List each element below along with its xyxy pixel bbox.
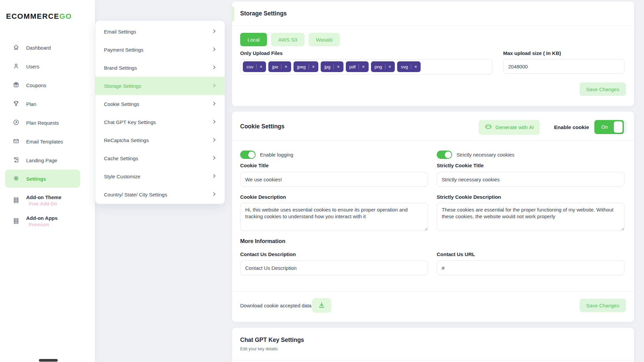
tag-separator	[333, 64, 334, 69]
file-tag-label: csv	[247, 64, 253, 69]
menu-item-label: Cookie Settings	[104, 101, 139, 107]
divider	[232, 140, 634, 140]
cookie-title-input[interactable]	[240, 172, 428, 187]
file-tag-label: jpeg	[297, 64, 306, 69]
gift-icon	[13, 81, 19, 89]
enable-logging-row: Enable logging	[240, 150, 293, 159]
tab-local[interactable]: Local	[240, 33, 267, 46]
chevron-right-icon	[213, 174, 216, 179]
sidebar-item-dashboard[interactable]: Dashboard	[0, 38, 95, 57]
addon-badge: Premium	[26, 222, 58, 227]
cookie-description-label: Cookie Description	[240, 194, 286, 200]
sidebar-item-landing-page[interactable]: Landing Page	[0, 151, 95, 170]
storage-save-button[interactable]: Save Changes	[580, 82, 626, 96]
menu-item-recaptcha-settings[interactable]: ReCaptcha Settings	[95, 131, 225, 149]
sidebar-item-users[interactable]: Users	[0, 57, 95, 76]
remove-tag-icon[interactable]: ×	[362, 64, 365, 69]
menu-item-label: Style Customize	[104, 174, 140, 179]
tag-separator	[309, 64, 309, 69]
sidebar-item-label: Coupons	[26, 82, 46, 88]
file-tag: jpe×	[268, 61, 291, 72]
file-tag-label: png	[375, 64, 382, 69]
strictly-cookie-title-input[interactable]	[437, 172, 625, 187]
tag-separator	[385, 64, 385, 69]
tab-aws-s3[interactable]: AWS S3	[271, 33, 305, 46]
sidebar-item-settings[interactable]: Settings	[5, 170, 80, 188]
brand-logo[interactable]: ECOMMERCEGO	[6, 12, 72, 21]
chevron-right-icon	[213, 192, 216, 197]
sidebar-item-addon-apps[interactable]: Add-on Apps Premium	[0, 211, 95, 232]
chevron-right-icon	[213, 29, 216, 35]
file-tag: png×	[371, 61, 395, 72]
cookie-settings-card: Cookie Settings Generate with AI Enable …	[232, 112, 634, 322]
sidebar-item-coupons[interactable]: Coupons	[0, 76, 95, 95]
menu-item-style-customize[interactable]: Style Customize	[95, 167, 225, 185]
menu-item-brand-settings[interactable]: Brand Settings	[95, 59, 225, 77]
contact-us-description-input[interactable]	[240, 260, 428, 275]
menu-item-label: Email Settings	[104, 29, 136, 35]
menu-item-country-state-city-settings[interactable]: Country/ State/ City Settings	[95, 185, 225, 203]
menu-item-cookie-settings[interactable]: Cookie Settings	[95, 95, 225, 113]
sidebar-nav: Dashboard Users Coupons Plan Plan Reques…	[0, 38, 95, 188]
menu-item-cache-settings[interactable]: Cache Settings	[95, 149, 225, 167]
tag-separator	[359, 64, 359, 69]
menu-item-label: Storage Settings	[104, 83, 141, 89]
download-icon	[318, 302, 325, 309]
sidebar-item-plan-requests[interactable]: Plan Requests	[0, 113, 95, 132]
remove-tag-icon[interactable]: ×	[260, 64, 262, 69]
enable-logging-toggle[interactable]	[240, 150, 256, 159]
contact-us-url-label: Contact Us URL	[437, 251, 475, 257]
horizontal-scrollbar-thumb[interactable]	[39, 359, 58, 362]
sidebar-item-plan[interactable]: Plan	[0, 95, 95, 113]
download-cookie-data-button[interactable]	[312, 298, 331, 313]
gear-icon	[13, 175, 19, 183]
chevron-right-icon	[213, 47, 216, 53]
sidebar-item-email-templates[interactable]: Email Templates	[0, 132, 95, 151]
remove-tag-icon[interactable]: ×	[414, 64, 417, 69]
sidebar-item-label: Settings	[26, 176, 46, 182]
sidebar-item-addon-theme[interactable]: Add-on Theme Free Add-On	[0, 190, 95, 211]
menu-item-chatgpt-key-settings[interactable]: Chat GPT Key Settings	[95, 113, 225, 131]
toggle-state-label: On	[601, 124, 608, 130]
enable-logging-label: Enable logging	[260, 152, 293, 158]
chevron-right-icon	[213, 65, 216, 71]
enable-cookie-toggle[interactable]: On	[594, 120, 627, 134]
toggle-knob	[614, 121, 623, 133]
strictly-necessary-toggle[interactable]	[437, 150, 452, 159]
cookie-settings-title: Cookie Settings	[240, 123, 284, 130]
menu-item-email-settings[interactable]: Email Settings	[95, 22, 225, 41]
storage-settings-title: Storage Settings	[240, 10, 287, 17]
chevron-right-icon	[213, 137, 216, 143]
remove-tag-icon[interactable]: ×	[284, 64, 287, 69]
enable-cookie-label: Enable cookie	[554, 124, 589, 130]
remove-tag-icon[interactable]: ×	[312, 64, 315, 69]
file-tag-label: jpg	[324, 64, 330, 69]
generate-with-ai-label: Generate with AI	[495, 124, 534, 130]
generate-with-ai-button[interactable]: Generate with AI	[479, 120, 540, 135]
cookie-save-button[interactable]: Save Changes	[580, 299, 626, 312]
menu-item-storage-settings[interactable]: Storage Settings	[95, 77, 225, 95]
arrow-up-right-circle-icon	[13, 119, 19, 127]
menu-item-payment-settings[interactable]: Payment Settings	[95, 41, 225, 59]
menu-item-label: Payment Settings	[104, 47, 144, 53]
divider	[232, 360, 634, 360]
strictly-cookie-description-textarea[interactable]: These cookies are essential for the prop…	[437, 203, 625, 231]
file-tag: svg×	[397, 61, 421, 72]
tab-wasabi[interactable]: Wasabi	[309, 33, 340, 46]
file-tag-label: pdf	[350, 64, 356, 69]
addon-label: Add-on Theme	[26, 194, 61, 200]
menu-item-label: Country/ State/ City Settings	[104, 192, 167, 197]
remove-tag-icon[interactable]: ×	[388, 64, 391, 69]
sidebar-item-label: Users	[26, 64, 39, 69]
chatgpt-key-settings-card: Chat GPT Key Settings Edit your key deta…	[232, 328, 634, 362]
file-tag: pdf×	[346, 61, 369, 72]
tag-separator	[256, 64, 257, 69]
file-types-tag-input[interactable]: csv× jpe× jpeg× jpg× pdf× png× svg×	[240, 59, 492, 74]
file-tag: csv×	[243, 61, 266, 72]
sidebar-addons: Add-on Theme Free Add-On Add-on Apps Pre…	[0, 190, 95, 232]
remove-tag-icon[interactable]: ×	[337, 64, 339, 69]
cookie-description-textarea[interactable]: Hi, this website uses essential cookies …	[240, 203, 428, 231]
contact-us-url-input[interactable]	[437, 260, 625, 275]
max-upload-size-input[interactable]	[503, 59, 625, 74]
storage-settings-card: Storage Settings Local AWS S3 Wasabi Onl…	[232, 1, 634, 106]
